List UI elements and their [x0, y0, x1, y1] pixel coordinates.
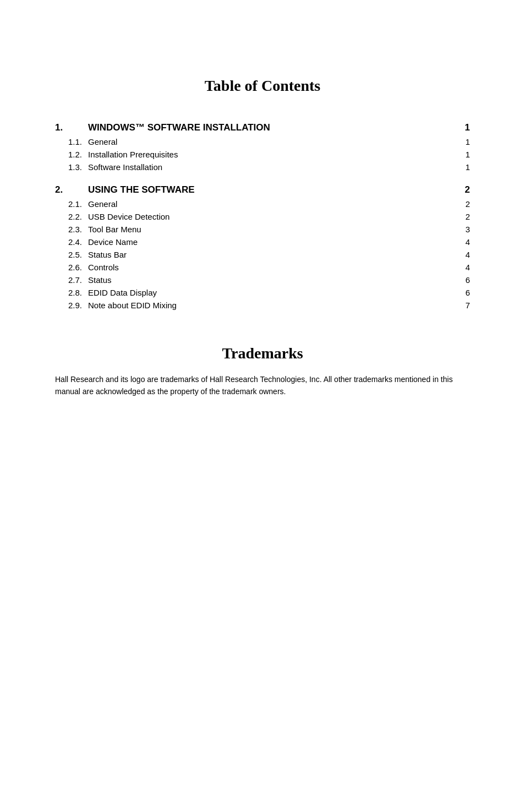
sub-page: 7: [448, 299, 470, 312]
sub-title: Device Name: [88, 236, 448, 248]
sub-page: 1: [448, 135, 470, 148]
sub-num: 2.6.: [55, 261, 88, 274]
toc-sub-row: 1.3.Software Installation1: [55, 161, 470, 173]
sub-num: 1.3.: [55, 161, 88, 173]
sub-num: 2.5.: [55, 248, 88, 261]
toc-sub-row: 2.4.Device Name4: [55, 236, 470, 248]
page-title: Table of Contents: [55, 77, 470, 95]
section-num: 2.: [55, 179, 88, 198]
sub-title: General: [88, 198, 448, 210]
sub-num: 2.1.: [55, 198, 88, 210]
sub-page: 6: [448, 274, 470, 286]
sub-title: Software Installation: [88, 161, 448, 173]
sub-page: 6: [448, 286, 470, 299]
sub-num: 2.7.: [55, 274, 88, 286]
sub-num: 1.2.: [55, 148, 88, 161]
section-page: 2: [448, 179, 470, 198]
toc-sub-row: 2.2.USB Device Detection2: [55, 210, 470, 223]
section-page: 1: [448, 117, 470, 135]
sub-title: Controls: [88, 261, 448, 274]
section-title: USING THE SOFTWARE: [88, 179, 448, 198]
section-divider: [55, 173, 470, 179]
toc-sub-row: 2.3.Tool Bar Menu3: [55, 223, 470, 236]
toc-sub-row: 2.7.Status6: [55, 274, 470, 286]
sub-num: 2.8.: [55, 286, 88, 299]
sub-num: 2.3.: [55, 223, 88, 236]
sub-title: Status Bar: [88, 248, 448, 261]
sub-page: 1: [448, 148, 470, 161]
sub-num: 2.4.: [55, 236, 88, 248]
sub-page: 4: [448, 261, 470, 274]
sub-num: 2.9.: [55, 299, 88, 312]
sub-page: 2: [448, 210, 470, 223]
sub-title: Note about EDID Mixing: [88, 299, 448, 312]
toc-sub-row: 1.2.Installation Prerequisites1: [55, 148, 470, 161]
sub-title: USB Device Detection: [88, 210, 448, 223]
toc-sub-row: 1.1.General1: [55, 135, 470, 148]
toc-table: 1.WINDOWS™ SOFTWARE INSTALLATION11.1.Gen…: [55, 117, 470, 312]
sub-title: Tool Bar Menu: [88, 223, 448, 236]
toc-section-row: 2.USING THE SOFTWARE2: [55, 179, 470, 198]
sub-page: 1: [448, 161, 470, 173]
sub-title: Installation Prerequisites: [88, 148, 448, 161]
sub-page: 3: [448, 223, 470, 236]
section-title: WINDOWS™ SOFTWARE INSTALLATION: [88, 117, 448, 135]
sub-page: 4: [448, 248, 470, 261]
toc-sub-row: 2.9.Note about EDID Mixing7: [55, 299, 470, 312]
toc-sub-row: 2.1.General2: [55, 198, 470, 210]
trademarks-section: Trademarks Hall Research and its logo ar…: [55, 345, 470, 398]
sub-page: 2: [448, 198, 470, 210]
toc-sub-row: 2.8.EDID Data Display6: [55, 286, 470, 299]
trademarks-text: Hall Research and its logo are trademark…: [55, 373, 470, 398]
sub-num: 2.2.: [55, 210, 88, 223]
sub-title: Status: [88, 274, 448, 286]
toc-sub-row: 2.5.Status Bar4: [55, 248, 470, 261]
trademarks-title: Trademarks: [55, 345, 470, 362]
sub-page: 4: [448, 236, 470, 248]
sub-title: EDID Data Display: [88, 286, 448, 299]
toc-section-row: 1.WINDOWS™ SOFTWARE INSTALLATION1: [55, 117, 470, 135]
section-num: 1.: [55, 117, 88, 135]
sub-title: General: [88, 135, 448, 148]
toc-sub-row: 2.6.Controls4: [55, 261, 470, 274]
sub-num: 1.1.: [55, 135, 88, 148]
